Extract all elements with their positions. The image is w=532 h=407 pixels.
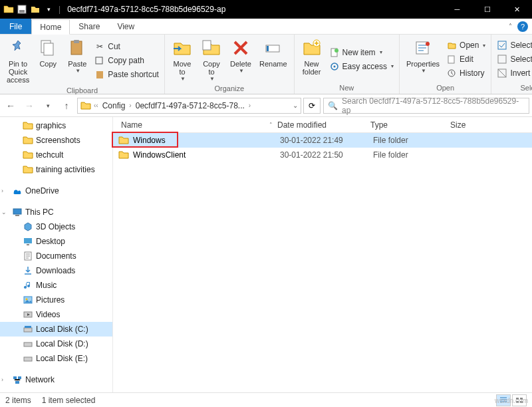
tree-item[interactable]: Local Disk (E:) bbox=[0, 351, 112, 366]
svg-rect-8 bbox=[203, 41, 211, 50]
videos-icon bbox=[23, 309, 33, 320]
tree-item[interactable]: Pictures bbox=[0, 293, 112, 307]
copy-button[interactable]: Copy bbox=[35, 36, 61, 85]
list-item[interactable]: WindowsClient 30-01-2022 21:50 File fold… bbox=[113, 148, 532, 162]
rename-icon bbox=[263, 37, 284, 59]
copy-icon bbox=[37, 37, 59, 59]
copy-path-button[interactable]: Copy path bbox=[93, 55, 160, 67]
cut-button[interactable]: ✂Cut bbox=[93, 41, 160, 53]
breadcrumb[interactable]: 0ecfdf71-497a-5712-8cc5-78... bbox=[134, 101, 246, 110]
chevron-right-icon[interactable]: › bbox=[1, 376, 3, 383]
search-box[interactable]: 🔍 Search 0ecfdf71-497a-5712-8cc5-788b5de… bbox=[323, 98, 529, 114]
column-size[interactable]: Size bbox=[450, 120, 503, 130]
invert-selection-button[interactable]: Invert selection bbox=[495, 67, 532, 79]
group-organize: Move to▼ Copy to▼ Delete▼ Rename Organiz… bbox=[165, 35, 295, 94]
column-headers[interactable]: Name˄ Date modified Type Size bbox=[113, 117, 532, 133]
svg-point-15 bbox=[333, 65, 335, 67]
column-date[interactable]: Date modified bbox=[277, 120, 370, 130]
svg-rect-32 bbox=[25, 326, 31, 328]
easy-access-button[interactable]: Easy access▾ bbox=[328, 61, 395, 72]
tree-item[interactable]: Desktop bbox=[0, 234, 112, 249]
refresh-button[interactable]: ⟳ bbox=[303, 98, 321, 114]
new-item-button[interactable]: New item▾ bbox=[328, 47, 395, 59]
tree-item[interactable]: training activities bbox=[0, 162, 112, 177]
delete-button[interactable]: Delete▼ bbox=[227, 36, 254, 83]
paste-button[interactable]: Paste ▼ bbox=[64, 36, 90, 85]
tree-network[interactable]: ›Network bbox=[0, 372, 112, 387]
tree-item[interactable]: 3D Objects bbox=[0, 219, 112, 234]
new-folder-button[interactable]: New folder bbox=[299, 36, 325, 82]
select-none-button[interactable]: Select none bbox=[495, 53, 532, 65]
list-item[interactable]: Windows 30-01-2022 21:49 File folder bbox=[113, 133, 532, 148]
tab-share[interactable]: Share bbox=[70, 19, 108, 34]
qat-dropdown-icon[interactable]: ▾ bbox=[43, 3, 55, 15]
tree-onedrive[interactable]: ›OneDrive bbox=[0, 184, 112, 198]
select-all-button[interactable]: Select all bbox=[495, 39, 532, 51]
select-none-icon bbox=[497, 54, 507, 65]
tab-view[interactable]: View bbox=[108, 19, 143, 34]
rename-button[interactable]: Rename bbox=[257, 36, 290, 83]
chevron-down-icon[interactable]: ⌄ bbox=[1, 209, 7, 215]
tree-item[interactable]: graphics bbox=[0, 118, 112, 133]
breadcrumb[interactable]: Config bbox=[101, 101, 127, 110]
recent-button[interactable]: ▾ bbox=[40, 98, 56, 114]
svg-point-13 bbox=[334, 49, 338, 53]
svg-rect-36 bbox=[18, 376, 21, 379]
file-tab[interactable]: File bbox=[0, 19, 31, 34]
help-icon[interactable]: ? bbox=[517, 21, 528, 32]
up-button[interactable]: ↑ bbox=[59, 98, 74, 114]
desktop-icon bbox=[23, 236, 33, 247]
open-button[interactable]: Open▾ bbox=[445, 39, 487, 51]
svg-point-29 bbox=[26, 299, 28, 301]
column-type[interactable]: Type bbox=[370, 120, 450, 130]
tree-item[interactable]: Music bbox=[0, 278, 112, 293]
edit-icon bbox=[446, 54, 457, 65]
pin-quick-access-button[interactable]: Pin to Quick access bbox=[4, 36, 32, 85]
svg-rect-35 bbox=[13, 376, 17, 379]
back-button[interactable]: ← bbox=[3, 98, 19, 114]
move-icon bbox=[172, 37, 193, 59]
address-dropdown-icon[interactable]: ⌄ bbox=[293, 102, 298, 109]
documents-icon bbox=[23, 251, 33, 261]
move-to-button[interactable]: Move to▼ bbox=[169, 36, 196, 83]
ribbon-collapse-icon[interactable]: ˄ bbox=[509, 23, 512, 30]
3dobjects-icon bbox=[23, 221, 33, 232]
forward-button[interactable]: → bbox=[21, 98, 37, 114]
maximize-button[interactable]: ☐ bbox=[472, 0, 502, 19]
properties-button[interactable]: Properties▼ bbox=[404, 36, 442, 82]
downloads-icon bbox=[23, 265, 33, 276]
window-title: 0ecfdf71-497a-5712-8cc5-788b5de96529-ap bbox=[67, 5, 225, 14]
tree-item[interactable]: Screenshots bbox=[0, 133, 112, 148]
copy-to-button[interactable]: Copy to▼ bbox=[198, 36, 225, 83]
copy-to-icon bbox=[201, 37, 222, 59]
edit-button[interactable]: Edit bbox=[445, 53, 487, 65]
close-button[interactable]: ✕ bbox=[502, 0, 532, 19]
column-name[interactable]: Name˄ bbox=[113, 120, 277, 130]
tree-item[interactable]: Downloads bbox=[0, 263, 112, 278]
thispc-icon bbox=[12, 207, 23, 217]
tree-item[interactable]: Documents bbox=[0, 249, 112, 263]
navigation-tree[interactable]: graphics Screenshots techcult training a… bbox=[0, 117, 113, 392]
qat-new-icon[interactable] bbox=[29, 3, 41, 15]
select-all-icon bbox=[497, 40, 507, 51]
chevron-right-icon[interactable]: › bbox=[1, 188, 3, 194]
folder-icon bbox=[118, 135, 129, 146]
tree-item[interactable]: Videos bbox=[0, 307, 112, 322]
paste-shortcut-button[interactable]: Paste shortcut bbox=[93, 68, 160, 80]
history-button[interactable]: History bbox=[445, 67, 487, 79]
address-bar[interactable]: ‹‹ Config › 0ecfdf71-497a-5712-8cc5-78..… bbox=[77, 98, 301, 114]
new-folder-icon bbox=[301, 37, 323, 59]
tree-item[interactable]: Local Disk (D:) bbox=[0, 337, 112, 351]
tree-item[interactable]: techcult bbox=[0, 148, 112, 162]
tab-home[interactable]: Home bbox=[31, 19, 70, 35]
svg-rect-7 bbox=[96, 71, 103, 78]
watermark: wsxdn.com bbox=[495, 397, 528, 404]
tree-item-selected[interactable]: Local Disk (C:) bbox=[0, 322, 112, 337]
svg-rect-6 bbox=[96, 57, 102, 64]
tree-thispc[interactable]: ⌄This PC bbox=[0, 205, 112, 219]
group-clipboard: Pin to Quick access Copy Paste ▼ ✂Cut Co… bbox=[0, 35, 165, 94]
svg-rect-33 bbox=[24, 342, 32, 346]
qat-save-icon[interactable] bbox=[16, 3, 28, 15]
minimize-button[interactable]: ─ bbox=[442, 0, 472, 19]
svg-rect-5 bbox=[74, 40, 79, 43]
